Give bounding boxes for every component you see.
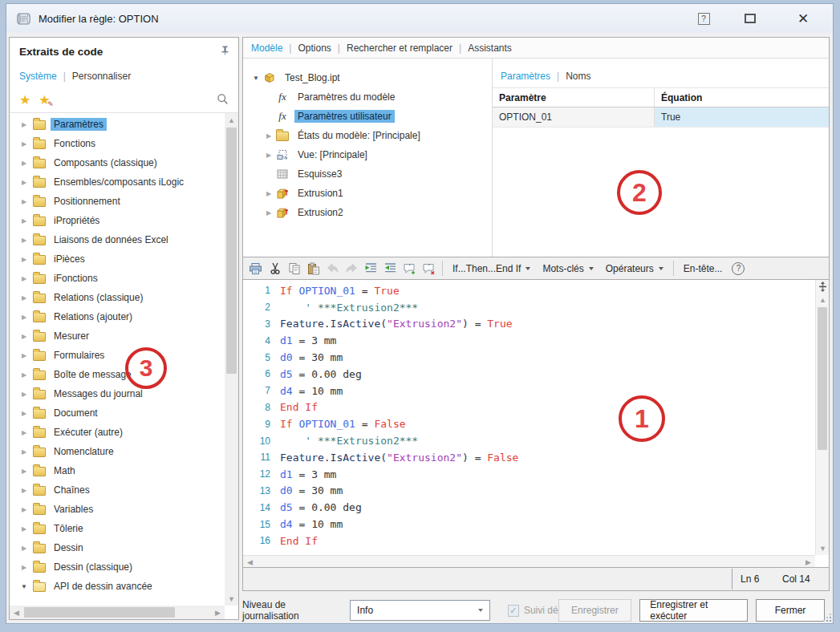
sidebar-folder-item[interactable]: Document (10, 403, 225, 423)
undo-icon-button[interactable] (323, 260, 342, 278)
printer-icon-button[interactable] (246, 260, 265, 278)
save-and-run-button[interactable]: Enregistrer et exécuter (639, 599, 748, 622)
sidebar-folder-item[interactable]: iPropriétés (10, 211, 225, 230)
snippets-tab-1[interactable]: Personnaliser (72, 71, 131, 82)
sidebar-folder-item[interactable]: Math (10, 461, 225, 480)
sidebar-folder-item[interactable]: Relations (classique) (10, 288, 225, 307)
sidebar-folder-item[interactable]: Variables (10, 500, 225, 519)
window-maximize-button[interactable] (741, 10, 759, 26)
code-line[interactable]: 9If OPTION_01 = False (243, 415, 815, 432)
code-line[interactable]: 2 ' ***Extrusion2*** (243, 299, 815, 316)
code-line[interactable]: 14d5 = 0.00 deg (243, 499, 815, 516)
sidebar-folder-item[interactable]: Messages du journal (10, 384, 225, 403)
model-tree-item[interactable]: Vue: [Principale] (243, 145, 492, 164)
snippets-tab-0[interactable]: Système (19, 71, 57, 82)
add-comment-icon-button[interactable]: ' (400, 260, 419, 278)
remove-comment-icon-button[interactable]: ' (420, 260, 438, 278)
pin-icon[interactable] (220, 45, 230, 58)
splitter-grip-icon[interactable] (816, 280, 829, 293)
sidebar-folder-item[interactable]: Mesurer (10, 326, 225, 346)
sidebar-folder-item[interactable]: Positionnement (10, 192, 225, 211)
sidebar-folder-item[interactable]: Boîte de message (10, 365, 225, 384)
code-line[interactable]: 8End If (243, 399, 815, 416)
model-tree-item[interactable]: fxParamètres utilisateur (243, 107, 492, 126)
indent-decrease-icon-button[interactable] (381, 260, 400, 278)
favorites-star-icon[interactable]: ★ (19, 94, 30, 107)
toolbar-menu-0[interactable]: If...Then...End If (447, 261, 536, 277)
model-tree-item[interactable]: Extrusion1 (243, 184, 492, 203)
sidebar-folder-item[interactable]: Tôlerie (10, 519, 225, 538)
scroll-down-arrow[interactable]: ▼ (225, 592, 238, 606)
toolbar-menu-1[interactable]: Mots-clés (537, 261, 599, 277)
window-help-button[interactable]: ? (695, 10, 712, 26)
copy-icon-button[interactable] (285, 260, 303, 278)
scroll-right-arrow[interactable]: ▶ (211, 606, 225, 619)
scroll-left-arrow[interactable]: ◀ (243, 556, 257, 568)
sidebar-folder-item[interactable]: Liaisons de données Excel (10, 230, 225, 249)
model-tree-root[interactable]: Test_Blog.ipt (243, 68, 492, 87)
scroll-thumb[interactable] (226, 128, 237, 374)
code-line[interactable]: 4d1 = 3 mm (243, 332, 815, 349)
code-line[interactable]: 13d0 = 30 mm (243, 483, 815, 500)
edit-favorites-star-icon[interactable]: ★ (39, 94, 50, 107)
save-button[interactable]: Enregistrer (558, 599, 632, 622)
parameters-tab-1[interactable]: Noms (566, 71, 590, 82)
main-tab-2[interactable]: Rechercher et remplacer (347, 43, 452, 54)
sidebar-folder-item[interactable]: Dessin (classique) (10, 557, 225, 577)
resize-grip[interactable] (822, 613, 832, 622)
toolbar-menu-3[interactable]: En-tête... (678, 261, 728, 277)
sidebar-folder-item[interactable]: Paramètres (10, 115, 225, 134)
search-icon[interactable] (217, 93, 229, 107)
title-bar[interactable]: Modifier la règle: OPTION ? ✕ (6, 4, 833, 33)
code-line[interactable]: 10 ' ***Extrusion2*** (243, 432, 815, 449)
sidebar-folder-item[interactable]: iPièces (10, 249, 225, 269)
sidebar-folder-item[interactable]: Ensembles/composants iLogic (10, 172, 225, 192)
sidebar-folder-item[interactable]: API de dessin avancée (10, 577, 225, 596)
main-tab-3[interactable]: Assistants (468, 43, 512, 54)
sidebar-folder-item[interactable]: Exécuter (autre) (10, 423, 225, 442)
paste-icon-button[interactable] (304, 260, 323, 278)
sidebar-folder-item[interactable]: Formulaires (10, 346, 225, 365)
sidebar-folder-item[interactable]: Chaînes (10, 480, 225, 500)
editor-vertical-scrollbar[interactable]: ▲ ▼ (815, 280, 829, 555)
cut-icon-button[interactable] (266, 260, 284, 278)
model-tree-item[interactable]: Extrusion2 (243, 203, 492, 222)
code-line[interactable]: 11Feature.IsActive("Extrusion2") = False (243, 449, 815, 466)
sidebar-folder-item[interactable]: Composants (classique) (10, 153, 225, 172)
code-line[interactable]: 6d5 = 0.00 deg (243, 366, 815, 383)
parameter-row[interactable]: OPTION_01True (493, 107, 829, 128)
scroll-up-arrow[interactable]: ▲ (225, 113, 238, 127)
scroll-up-arrow[interactable]: ▲ (816, 293, 829, 306)
trace-checkbox[interactable] (508, 605, 519, 617)
code-lines[interactable]: 1If OPTION_01 = True2 ' ***Extrusion2***… (243, 282, 815, 555)
code-line[interactable]: 1If OPTION_01 = True (243, 282, 815, 299)
code-line[interactable]: 3Feature.IsActive("Extrusion2") = True (243, 316, 815, 333)
redo-icon-button[interactable] (343, 260, 361, 278)
sidebar-folder-item[interactable]: Nomenclature (10, 442, 225, 461)
main-tab-0[interactable]: Modèle (251, 43, 282, 54)
parameters-tab-0[interactable]: Paramètres (501, 71, 550, 82)
scroll-thumb[interactable] (24, 607, 175, 618)
code-line[interactable]: 12d1 = 3 mm (243, 466, 815, 483)
sidebar-folder-item[interactable]: Fonctions (10, 134, 225, 153)
scroll-down-arrow[interactable]: ▼ (816, 541, 829, 555)
log-level-dropdown[interactable]: Info (350, 600, 490, 621)
indent-increase-icon-button[interactable] (362, 260, 380, 278)
sidebar-folder-item[interactable]: iFonctions (10, 269, 225, 288)
main-tab-1[interactable]: Options (298, 43, 331, 54)
code-line[interactable]: 7d4 = 10 mm (243, 383, 815, 399)
sidebar-horizontal-scrollbar[interactable]: ◀ ▶ (10, 606, 225, 619)
close-button[interactable]: Fermer (756, 599, 825, 622)
scroll-left-arrow[interactable]: ◀ (10, 606, 23, 619)
code-line[interactable]: 15d4 = 10 mm (243, 516, 815, 533)
scroll-thumb[interactable] (818, 307, 827, 450)
toolbar-help-icon[interactable]: ? (732, 262, 745, 275)
sidebar-vertical-scrollbar[interactable]: ▲ ▼ (225, 113, 238, 606)
sidebar-folder-item[interactable]: Dessin (10, 538, 225, 557)
editor-horizontal-scrollbar[interactable]: ◀ ▶ (243, 555, 815, 567)
sidebar-folder-item[interactable]: Relations (ajouter) (10, 307, 225, 326)
code-line[interactable]: 5d0 = 30 mm (243, 349, 815, 366)
toolbar-menu-2[interactable]: Opérateurs (600, 261, 669, 277)
model-tree-item[interactable]: Esquisse3 (243, 164, 492, 184)
model-tree-item[interactable]: États du modèle: [Principale] (243, 126, 492, 145)
